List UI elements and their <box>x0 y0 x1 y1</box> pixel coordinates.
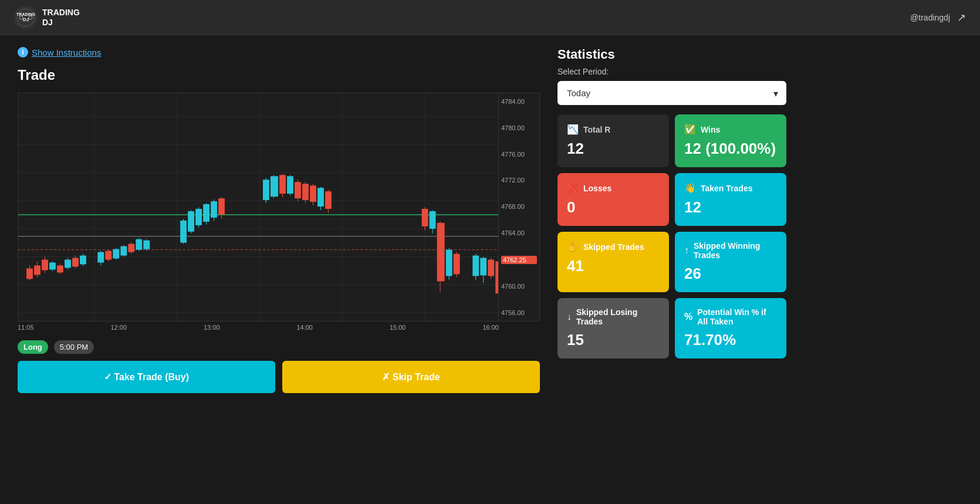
stat-card-potential-win: % Potential Win % if All Taken 71.70% <box>675 298 786 358</box>
svg-rect-37 <box>80 256 86 265</box>
potential-win-value: 71.70% <box>684 331 777 349</box>
svg-rect-83 <box>422 209 428 226</box>
svg-rect-89 <box>446 250 452 276</box>
svg-rect-35 <box>72 258 79 267</box>
svg-rect-59 <box>203 204 209 222</box>
main-content: i Show Instructions Trade <box>0 35 980 405</box>
svg-rect-95 <box>480 258 486 276</box>
select-period-label: Select Period: <box>557 67 786 76</box>
time-labels: 11:05 12:00 13:00 14:00 15:00 16:00 <box>18 322 540 333</box>
svg-rect-33 <box>65 260 71 268</box>
svg-text:TRADING: TRADING <box>16 12 35 16</box>
time-badge: 5:00 PM <box>54 340 94 354</box>
svg-text:DJ: DJ <box>23 17 29 22</box>
stat-card-skipped-trades: ✋ Skipped Trades 41 <box>557 232 669 292</box>
skipped-trades-value: 41 <box>567 257 660 275</box>
stats-grid: 📉 Total R 12 ✅ Wins 12 (100.00%) ❌ Losse… <box>557 114 786 358</box>
svg-rect-43 <box>113 249 119 259</box>
svg-rect-65 <box>263 180 269 200</box>
take-trade-button[interactable]: ✓ Take Trade (Buy) <box>18 361 275 393</box>
left-panel: i Show Instructions Trade <box>18 47 540 393</box>
logo-text: TRADING DJ <box>42 8 80 28</box>
svg-rect-79 <box>317 188 324 207</box>
skipped-winning-icon: ↑ <box>684 245 689 256</box>
skip-trade-button[interactable]: ✗ Skip Trade <box>282 361 540 393</box>
svg-rect-49 <box>136 239 142 250</box>
svg-rect-63 <box>218 198 225 215</box>
potential-win-icon: % <box>684 312 692 322</box>
action-buttons: ✓ Take Trade (Buy) ✗ Skip Trade <box>18 361 540 393</box>
stat-card-taken-trades: 👋 Taken Trades 12 <box>675 173 786 226</box>
svg-rect-29 <box>49 263 56 270</box>
total-r-icon: 📉 <box>567 124 579 135</box>
wins-icon: ✅ <box>684 124 696 135</box>
logo: TRADING DJ TRADING DJ <box>14 6 80 29</box>
period-select-wrapper: Today This Week This Month All Time ▾ <box>557 81 786 105</box>
stat-card-losses: ❌ Losses 0 <box>557 173 669 226</box>
header-right: @tradingdj ↗ <box>910 11 966 24</box>
svg-rect-75 <box>302 184 309 200</box>
losses-icon: ❌ <box>567 182 579 194</box>
show-instructions-link[interactable]: i Show Instructions <box>18 47 540 57</box>
svg-rect-81 <box>325 191 332 209</box>
svg-rect-31 <box>57 265 63 272</box>
svg-rect-55 <box>188 211 194 232</box>
skipped-losing-value: 15 <box>567 331 660 349</box>
trade-info-row: Long 5:00 PM <box>18 340 540 354</box>
svg-rect-71 <box>287 176 293 194</box>
svg-rect-57 <box>195 209 202 225</box>
stat-card-total-r: 📉 Total R 12 <box>557 114 669 167</box>
svg-rect-61 <box>211 201 217 218</box>
username: @tradingdj <box>910 13 950 22</box>
svg-rect-23 <box>26 268 33 279</box>
wins-value: 12 (100.00%) <box>684 140 777 158</box>
skipped-winning-value: 26 <box>684 265 777 283</box>
svg-rect-47 <box>128 244 134 252</box>
svg-rect-67 <box>271 176 278 197</box>
taken-trades-icon: 👋 <box>684 182 696 194</box>
price-labels: 4784.00 4780.00 4776.00 4772.00 4768.00 … <box>498 93 539 321</box>
trade-title: Trade <box>18 67 540 83</box>
right-panel: Statistics Select Period: Today This Wee… <box>557 47 786 393</box>
svg-rect-73 <box>295 182 301 198</box>
period-select[interactable]: Today This Week This Month All Time <box>557 81 786 105</box>
svg-rect-41 <box>105 251 111 260</box>
skipped-trades-icon: ✋ <box>567 241 579 252</box>
stats-title: Statistics <box>557 47 786 62</box>
svg-rect-97 <box>488 260 494 276</box>
taken-trades-value: 12 <box>684 198 777 217</box>
stat-card-skipped-winning: ↑ Skipped Winning Trades 26 <box>675 232 786 292</box>
info-icon: i <box>18 47 28 57</box>
svg-rect-87 <box>437 223 445 281</box>
header: TRADING DJ TRADING DJ @tradingdj ↗ <box>0 0 980 35</box>
candlestick-chart: 4762.25 Buy <box>18 93 539 321</box>
logout-icon[interactable]: ↗ <box>957 11 966 24</box>
svg-rect-77 <box>310 185 316 202</box>
svg-rect-93 <box>472 256 479 276</box>
svg-rect-53 <box>180 221 187 243</box>
svg-rect-39 <box>97 252 104 263</box>
stat-card-wins: ✅ Wins 12 (100.00%) <box>675 114 786 167</box>
svg-rect-69 <box>279 175 286 194</box>
svg-rect-27 <box>42 260 48 270</box>
chart-container: 4762.25 Buy 4784.00 4780.00 4776.00 4772… <box>18 93 540 322</box>
direction-badge: Long <box>18 340 48 354</box>
logo-icon: TRADING DJ <box>14 6 38 29</box>
svg-rect-45 <box>120 246 127 256</box>
svg-rect-91 <box>454 254 460 275</box>
svg-rect-25 <box>34 265 40 275</box>
svg-rect-85 <box>430 211 436 229</box>
stat-card-skipped-losing: ↓ Skipped Losing Trades 15 <box>557 298 669 358</box>
total-r-value: 12 <box>567 140 660 158</box>
losses-value: 0 <box>567 198 660 217</box>
svg-rect-51 <box>143 241 150 249</box>
skipped-losing-icon: ↓ <box>567 312 572 322</box>
